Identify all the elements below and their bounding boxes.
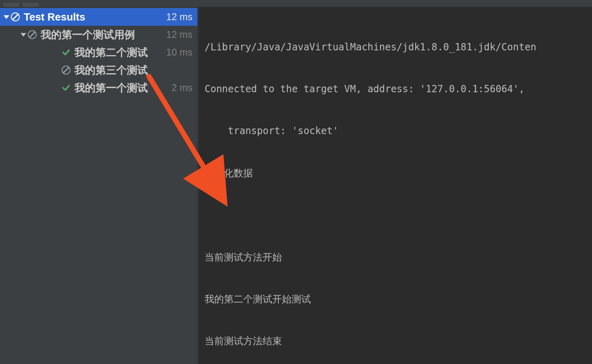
- toolbar-placeholder: [23, 3, 39, 7]
- tree-node-test[interactable]: 我的第三个测试: [0, 61, 197, 79]
- test-tree-panel[interactable]: Test Results 12 ms 我的第一个测试用例 12 ms 我的第二个…: [0, 7, 199, 364]
- expander-icon[interactable]: [19, 33, 27, 37]
- tree-node-class[interactable]: 我的第一个测试用例 12 ms: [0, 26, 197, 43]
- console-output[interactable]: /Library/Java/JavaVirtualMachines/jdk1.8…: [199, 7, 592, 364]
- console-line: transport: 'socket': [205, 124, 589, 138]
- console-line: 我的第二个测试开始测试: [205, 292, 589, 306]
- console-line: 当前测试方法结束: [205, 334, 589, 348]
- tree-node-test[interactable]: 我的第二个测试 10 ms: [0, 43, 197, 61]
- console-line: /Library/Java/JavaVirtualMachines/jdk1.8…: [205, 40, 589, 54]
- console-line: [205, 208, 589, 222]
- tree-node-label: 我的第三个测试: [75, 63, 193, 77]
- pass-icon: [61, 83, 71, 93]
- console-line: 初始化数据: [205, 166, 589, 180]
- tree-node-time: 2 ms: [172, 82, 193, 93]
- skipped-icon: [10, 12, 20, 22]
- pass-icon: [61, 48, 71, 57]
- toolbar-placeholder: [3, 3, 19, 7]
- expander-icon[interactable]: [2, 15, 10, 19]
- chevron-down-icon: [4, 15, 9, 19]
- toolbar-strip: [0, 0, 592, 7]
- tree-node-label: Test Results: [24, 11, 166, 23]
- main-split: Test Results 12 ms 我的第一个测试用例 12 ms 我的第二个…: [0, 7, 592, 364]
- tree-node-time: 12 ms: [166, 29, 193, 40]
- tree-node-label: 我的第一个测试: [75, 81, 172, 95]
- tree-node-time: 10 ms: [166, 47, 193, 58]
- skipped-icon: [27, 30, 37, 39]
- tree-node-time: 12 ms: [166, 11, 193, 23]
- tree-node-test[interactable]: 我的第一个测试 2 ms: [0, 79, 197, 97]
- console-line: Connected to the target VM, address: '12…: [205, 82, 589, 96]
- tree-node-root[interactable]: Test Results 12 ms: [0, 8, 197, 26]
- console-line: 当前测试方法开始: [205, 250, 589, 265]
- chevron-down-icon: [21, 33, 26, 37]
- skipped-icon: [61, 65, 71, 75]
- tree-node-label: 我的第二个测试: [75, 46, 166, 60]
- tree-node-label: 我的第一个测试用例: [41, 28, 166, 42]
